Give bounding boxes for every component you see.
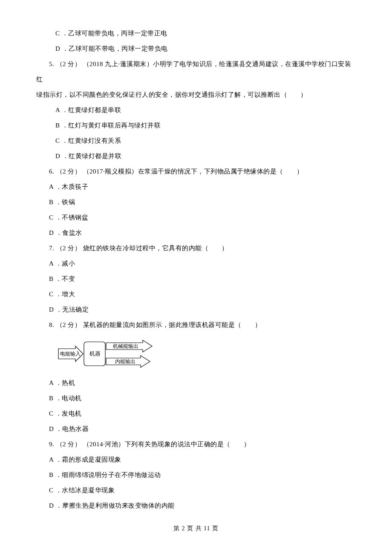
q4-option-d: D ．乙球可能不带电，丙球一定带负电 [36, 41, 356, 56]
diagram-input-label: 电能输入 [60, 351, 81, 357]
q8-stem: 8. （2 分） 某机器的能量流向如图所示，据此推理该机器可能是（ ） [36, 317, 356, 332]
q5-option-c: C ．红黄绿灯没有关系 [36, 133, 356, 148]
q5-option-b: B ．红灯与黄灯串联后再与绿灯并联 [36, 118, 356, 133]
q6-option-a: A ．木质筷子 [36, 179, 356, 194]
document-page: C ．乙球可能带负电，丙球一定带正电 D ．乙球可能不带电，丙球一定带负电 5.… [0, 0, 392, 555]
q5-option-d: D ．红黄绿灯都是并联 [36, 148, 356, 164]
q8-option-c: C ．发电机 [36, 406, 356, 421]
q6-option-c: C ．不锈钢盆 [36, 210, 356, 225]
q5-stem-line2: 绿指示灯，以不同颜色的变化保证行人的安全，据你对交通指示灯了解，可以推断出（ ） [36, 87, 356, 102]
q5-option-a: A ．红黄绿灯都是串联 [36, 102, 356, 118]
q8-energy-flow-diagram: 电能输入 机器 机械能输出 内能输出 [58, 337, 356, 371]
q9-option-d: D ．摩擦生热是利用做功来改变物体的内能 [36, 498, 356, 513]
q8-option-b: B ．电动机 [36, 390, 356, 406]
q9-option-a: A ．霜的形成是凝固现象 [36, 452, 356, 467]
q6-option-b: B ．铁锅 [36, 194, 356, 210]
q9-option-c: C ．水结冰是凝华现象 [36, 483, 356, 498]
q5-stem-line1: 5. （2 分） （2018 九上·蓬溪期末）小明学了电学知识后，给蓬溪县交通局… [36, 56, 356, 87]
q6-stem: 6. （2 分） （2017·顺义模拟）在常温干燥的情况下，下列物品属于绝缘体的… [36, 164, 356, 179]
q7-option-d: D ．无法确定 [36, 302, 356, 317]
q7-option-c: C ．增大 [36, 286, 356, 302]
q7-stem: 7. （2 分） 烧红的铁块在冷却过程中，它具有的内能（ ） [36, 240, 356, 256]
diagram-output-bottom-label: 内能输出 [115, 358, 135, 364]
q8-option-d: D ．电热水器 [36, 421, 356, 436]
q8-option-a: A ．热机 [36, 375, 356, 390]
q7-option-a: A ．减小 [36, 256, 356, 271]
q9-option-b: B ．细雨绵绵说明分子在不停地做运动 [36, 467, 356, 483]
diagram-machine-label: 机器 [89, 350, 101, 357]
q9-stem: 9. （2 分） （2014·河池）下列有关热现象的说法中正确的是（ ） [36, 436, 356, 452]
diagram-output-top-label: 机械能输出 [113, 343, 138, 349]
q6-option-d: D ．食盐水 [36, 225, 356, 240]
q7-option-b: B ．不变 [36, 271, 356, 286]
q4-option-c: C ．乙球可能带负电，丙球一定带正电 [36, 26, 356, 41]
page-footer: 第 2 页 共 11 页 [0, 521, 392, 536]
